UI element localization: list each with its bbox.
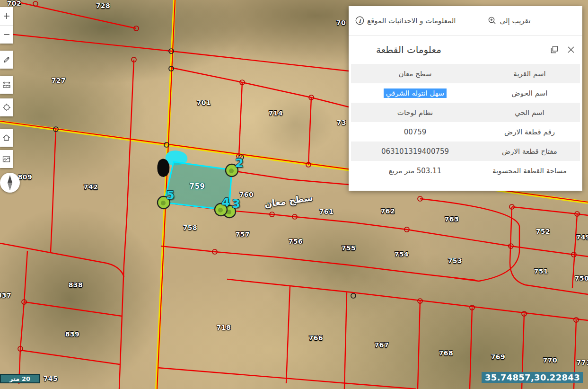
table-row: 503.11 متر مربعمساحة القطعة المحسوبة	[351, 161, 580, 180]
parcel-info-panel: i المعلومات و الاحداثيات الموقع تقريب إل…	[349, 6, 582, 191]
ruler-icon	[2, 81, 11, 88]
parcel-key-value: 063101319400759	[351, 141, 479, 161]
parcel-label-809: 809	[18, 173, 33, 181]
parcel-label-702: 702	[7, 0, 22, 7]
parcel-info-table: سطح معاناسم القرية سهل انتوله الشرقياسم …	[351, 64, 580, 180]
table-row: 063101319400759مفتاح قطعة الارض	[351, 141, 580, 161]
parcel-label-762: 762	[381, 207, 395, 215]
parcel-label-714: 714	[269, 109, 283, 117]
zoom-out-button[interactable]	[0, 26, 13, 44]
vertex-number-5: 5	[166, 188, 174, 202]
close-icon	[567, 46, 575, 53]
zoom-control-group	[0, 7, 13, 44]
vertex-number-4: 4	[221, 195, 229, 209]
panel-title: معلومات القطعة	[376, 44, 441, 55]
table-row: نظام لوحاتاسم الحي	[351, 103, 580, 122]
selected-parcel-number-label: 759	[190, 182, 205, 191]
parcel-label-753: 753	[448, 257, 463, 265]
zoom-in-button[interactable]	[0, 7, 13, 25]
parcel-label-767: 767	[375, 341, 389, 349]
parcel-label-754: 754	[395, 250, 409, 258]
parcel-label-745: 745	[44, 375, 58, 382]
district-name-value: نظام لوحات	[351, 103, 479, 122]
panel-action-bar: i المعلومات و الاحداثيات الموقع تقريب إل…	[349, 6, 582, 35]
parcel-label-771: 771	[577, 359, 588, 366]
parcel-label-755: 755	[342, 244, 356, 252]
basemap-icon	[2, 156, 10, 163]
vertex-inner-dot	[229, 168, 234, 173]
parcel-number-value: 00759	[351, 122, 479, 141]
info-coordinates-label: المعلومات و الاحداثيات الموقع	[367, 17, 456, 25]
copy-icon	[550, 45, 559, 54]
village-name-value: سطح معان	[351, 64, 479, 83]
zoom-to-button[interactable]: تقريب إلى	[488, 16, 530, 25]
village-name-label: اسم القرية	[479, 64, 580, 83]
compass-needle-icon	[5, 175, 15, 191]
parcel-number-label: رقم قطعة الارض	[479, 122, 580, 141]
parcel-label-752: 752	[536, 228, 551, 235]
parcel-label-757: 757	[236, 230, 250, 238]
vertex-number-2: 2	[235, 156, 243, 170]
computed-area-label: مساحة القطعة المحسوبة	[479, 161, 580, 180]
close-panel-button[interactable]	[567, 46, 575, 53]
table-row: سطح معاناسم القرية	[351, 64, 580, 83]
svg-text:i: i	[359, 18, 361, 24]
compass-button[interactable]	[0, 173, 20, 193]
district-name-label: اسم الحي	[479, 103, 580, 122]
locate-button[interactable]	[0, 98, 13, 116]
parcel-label-756: 756	[289, 238, 303, 245]
vertex-number-3: 3	[232, 197, 240, 211]
table-row: 00759رقم قطعة الارض	[351, 122, 580, 141]
home-button[interactable]	[0, 129, 13, 147]
draw-button[interactable]	[0, 51, 13, 69]
parcel-label-750: 750	[575, 274, 588, 282]
parcel-label-763: 763	[445, 215, 459, 223]
parcel-label-769: 769	[491, 353, 506, 361]
parcel-label-837: 837	[0, 292, 11, 299]
parcel-label-766: 766	[309, 334, 324, 342]
parcel-label-718: 718	[217, 324, 231, 331]
info-icon: i	[355, 16, 364, 25]
parcel-label-758: 758	[183, 224, 198, 231]
map-viewport[interactable]: 7027287072770171473809742760761762763752…	[0, 0, 588, 389]
parcel-label-839: 839	[65, 330, 80, 338]
parcel-label-749: 749	[576, 233, 588, 241]
parcel-label-751: 751	[534, 267, 549, 275]
parcel-key-label: مفتاح قطعة الارض	[479, 141, 580, 161]
table-row: سهل انتوله الشرقياسم الحوض	[351, 83, 580, 103]
computed-area-value: 503.11 متر مربع	[351, 161, 479, 180]
parcel-label-701: 701	[197, 99, 211, 106]
crosshair-icon	[2, 103, 11, 112]
scale-bar: 20 متر	[0, 374, 40, 383]
parcel-label-728: 728	[96, 2, 111, 9]
hod-name-label: اسم الحوض	[479, 83, 580, 103]
minus-icon	[3, 31, 10, 38]
parcel-label-770: 770	[543, 356, 558, 364]
info-coordinates-button[interactable]: i المعلومات و الاحداثيات الموقع	[355, 16, 456, 25]
pencil-icon	[3, 56, 10, 63]
parcel-label-838: 838	[69, 281, 83, 289]
parcel-label-761: 761	[319, 208, 334, 215]
parcel-label-742: 742	[84, 183, 98, 191]
parcel-label-760: 760	[239, 191, 254, 198]
parcel-label-727: 727	[52, 77, 66, 84]
hod-name-value: سهل انتوله الشرقي	[351, 83, 479, 103]
home-icon	[2, 134, 10, 141]
parcel-label-73: 73	[337, 119, 346, 126]
plus-icon	[3, 12, 10, 20]
black-sketch-blob	[157, 159, 169, 177]
zoom-to-label: تقريب إلى	[500, 17, 530, 25]
coordinates-readout: 35.74857,30.22843	[482, 372, 583, 383]
vertex-inner-dot	[161, 201, 166, 205]
basemap-button[interactable]	[0, 150, 13, 168]
parcel-label-70: 70	[336, 19, 346, 27]
measure-button[interactable]	[0, 76, 13, 94]
dock-panel-button[interactable]	[550, 45, 559, 54]
magnifier-plus-icon	[488, 16, 497, 25]
parcel-label-768: 768	[439, 349, 454, 357]
